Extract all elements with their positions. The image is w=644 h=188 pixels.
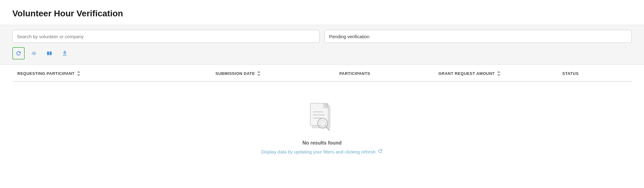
empty-state-subtitle: Display data by updating your filters an… <box>261 148 383 155</box>
col-header-participants: PARTICIPANTS <box>334 65 433 81</box>
status-filter-select[interactable]: Pending verification All Approved Reject… <box>324 30 632 43</box>
refresh-icon <box>15 50 22 56</box>
page-header: Volunteer Hour Verification <box>0 0 644 25</box>
sort-icon-requesting[interactable] <box>77 70 80 77</box>
col-header-status: STATUS <box>557 65 632 81</box>
table-section: REQUESTING PARTICIPANT SUBMISSION DATE <box>0 65 644 180</box>
columns-icon <box>46 50 52 56</box>
search-row: Pending verification All Approved Reject… <box>12 30 632 43</box>
sort-icon-grant[interactable] <box>497 70 500 77</box>
filter-icon <box>31 50 37 56</box>
sort-icon-submission[interactable] <box>257 70 260 77</box>
toolbar-section: Pending verification All Approved Reject… <box>0 25 644 65</box>
empty-state-subtitle-text: Display data by updating your filters an… <box>261 149 375 154</box>
filter-button[interactable] <box>28 47 40 59</box>
table-header-row: REQUESTING PARTICIPANT SUBMISSION DATE <box>12 65 632 81</box>
page-title: Volunteer Hour Verification <box>12 9 632 18</box>
empty-state-icon <box>307 100 337 134</box>
empty-state-title: No results found <box>302 140 341 146</box>
svg-point-8 <box>320 120 326 126</box>
col-header-requesting-participant: REQUESTING PARTICIPANT <box>12 65 211 81</box>
refresh-button[interactable] <box>12 47 25 59</box>
download-icon <box>62 50 68 56</box>
inline-refresh-icon[interactable] <box>378 148 383 155</box>
search-input[interactable] <box>12 30 320 43</box>
col-header-grant-request-amount: GRANT REQUEST AMOUNT <box>433 65 557 81</box>
columns-button[interactable] <box>43 47 56 59</box>
page-container: Volunteer Hour Verification Pending veri… <box>0 0 644 180</box>
download-button[interactable] <box>59 47 71 59</box>
table-header: REQUESTING PARTICIPANT SUBMISSION DATE <box>12 65 632 81</box>
col-header-submission-date: SUBMISSION DATE <box>211 65 335 81</box>
action-buttons-row <box>12 47 632 59</box>
empty-state: No results found Display data by updatin… <box>12 82 632 180</box>
data-table: REQUESTING PARTICIPANT SUBMISSION DATE <box>12 65 632 82</box>
